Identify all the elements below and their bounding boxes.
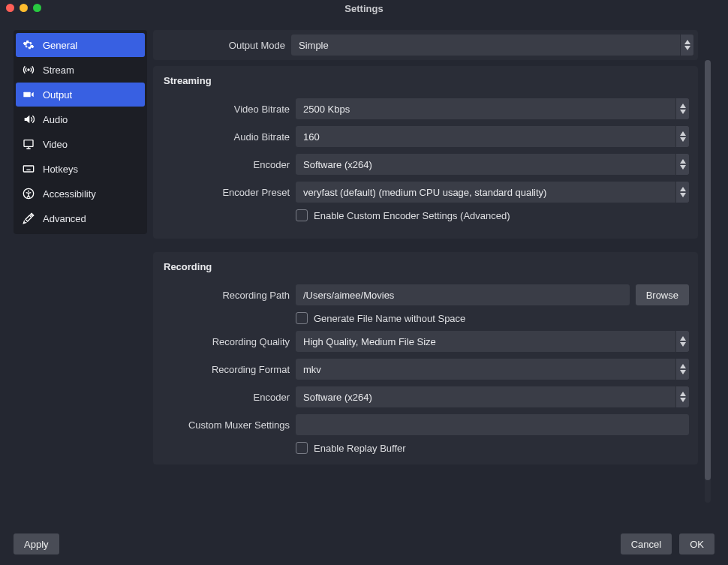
sidebar-item-output[interactable]: Output (16, 83, 145, 107)
sidebar-item-label: Hotkeys (43, 164, 78, 175)
video-bitrate-spinner[interactable]: 2500 Kbps (296, 98, 689, 119)
recording-path-input[interactable] (296, 284, 630, 305)
browse-button[interactable]: Browse (636, 284, 689, 305)
sidebar-item-label: Output (43, 89, 72, 101)
titlebar: Settings (0, 0, 728, 17)
replay-buffer-checkbox[interactable] (296, 442, 308, 454)
custom-encoder-checkbox[interactable] (296, 209, 308, 221)
tools-icon (22, 212, 35, 224)
chevron-updown-icon (675, 154, 689, 175)
monitor-icon (22, 138, 35, 150)
streaming-section-title: Streaming (162, 75, 689, 86)
sidebar-item-video[interactable]: Video (16, 132, 145, 156)
chevron-updown-icon (675, 386, 689, 407)
output-mode-select[interactable]: Simple (291, 35, 693, 56)
streaming-section: Streaming Video Bitrate 2500 Kbps (153, 66, 698, 239)
svg-rect-3 (23, 166, 33, 172)
speaker-icon (22, 113, 35, 125)
recording-quality-select[interactable]: High Quality, Medium File Size (296, 331, 689, 352)
streaming-encoder-label: Encoder (162, 159, 296, 170)
scrollbar-thumb[interactable] (705, 60, 711, 480)
output-mode-label: Output Mode (158, 40, 291, 51)
chevron-updown-icon (675, 359, 689, 380)
accessibility-icon (22, 188, 35, 200)
output-icon (22, 89, 35, 101)
sidebar-item-stream[interactable]: Stream (16, 58, 145, 82)
recording-format-select[interactable]: mkv (296, 359, 689, 380)
settings-sidebar: General Stream Output Audio Video (14, 30, 147, 234)
chevron-updown-icon (680, 35, 693, 56)
antenna-icon (22, 64, 35, 76)
sidebar-item-label: Audio (43, 114, 68, 125)
recording-encoder-label: Encoder (162, 392, 296, 403)
spinner-buttons-icon (675, 98, 689, 119)
recording-format-label: Recording Format (162, 364, 296, 375)
content-scrollbar[interactable] (705, 60, 711, 503)
encoder-preset-select[interactable]: veryfast (default) (medium CPU usage, st… (296, 182, 689, 203)
svg-point-5 (28, 191, 29, 192)
sidebar-item-hotkeys[interactable]: Hotkeys (16, 157, 145, 181)
chevron-updown-icon (675, 126, 689, 147)
maximize-window-button[interactable] (33, 4, 41, 12)
ok-button[interactable]: OK (679, 533, 714, 554)
custom-encoder-checkbox-label[interactable]: Enable Custom Encoder Settings (Advanced… (314, 210, 510, 221)
encoder-preset-label: Encoder Preset (162, 187, 296, 198)
recording-path-label: Recording Path (162, 290, 296, 301)
custom-muxer-label: Custom Muxer Settings (162, 419, 296, 431)
sidebar-item-label: Advanced (43, 213, 86, 224)
gear-icon (22, 39, 35, 51)
replay-buffer-checkbox-label[interactable]: Enable Replay Buffer (314, 443, 406, 454)
sidebar-item-label: Stream (43, 65, 74, 76)
window-title: Settings (344, 3, 383, 14)
audio-bitrate-label: Audio Bitrate (162, 131, 296, 143)
window-controls (6, 4, 41, 12)
sidebar-item-label: Accessibility (43, 188, 96, 200)
generate-filename-checkbox[interactable] (296, 312, 308, 324)
close-window-button[interactable] (6, 4, 14, 12)
sidebar-item-label: Video (43, 139, 68, 150)
sidebar-item-advanced[interactable]: Advanced (16, 206, 145, 230)
sidebar-item-general[interactable]: General (16, 33, 145, 57)
video-bitrate-label: Video Bitrate (162, 104, 296, 115)
svg-point-0 (28, 69, 29, 71)
sidebar-item-accessibility[interactable]: Accessibility (16, 182, 145, 206)
recording-encoder-select[interactable]: Software (x264) (296, 386, 689, 407)
audio-bitrate-select[interactable]: 160 (296, 126, 689, 147)
sidebar-item-audio[interactable]: Audio (16, 107, 145, 131)
svg-rect-1 (23, 92, 30, 98)
recording-section: Recording Recording Path Browse Generat (153, 252, 698, 464)
cancel-button[interactable]: Cancel (621, 533, 672, 554)
minimize-window-button[interactable] (20, 4, 28, 12)
chevron-updown-icon (675, 182, 689, 203)
custom-muxer-input[interactable] (296, 414, 689, 435)
keyboard-icon (22, 163, 35, 175)
sidebar-item-label: General (43, 40, 77, 51)
recording-section-title: Recording (162, 261, 689, 272)
settings-content: Output Mode Simple Streaming Video Bitra… (153, 30, 701, 523)
generate-filename-checkbox-label[interactable]: Generate File Name without Space (314, 313, 465, 324)
dialog-footer: Apply Cancel OK (0, 523, 728, 565)
svg-rect-2 (24, 140, 33, 147)
recording-quality-label: Recording Quality (162, 336, 296, 347)
chevron-updown-icon (675, 331, 689, 352)
apply-button[interactable]: Apply (14, 533, 59, 554)
streaming-encoder-select[interactable]: Software (x264) (296, 154, 689, 175)
